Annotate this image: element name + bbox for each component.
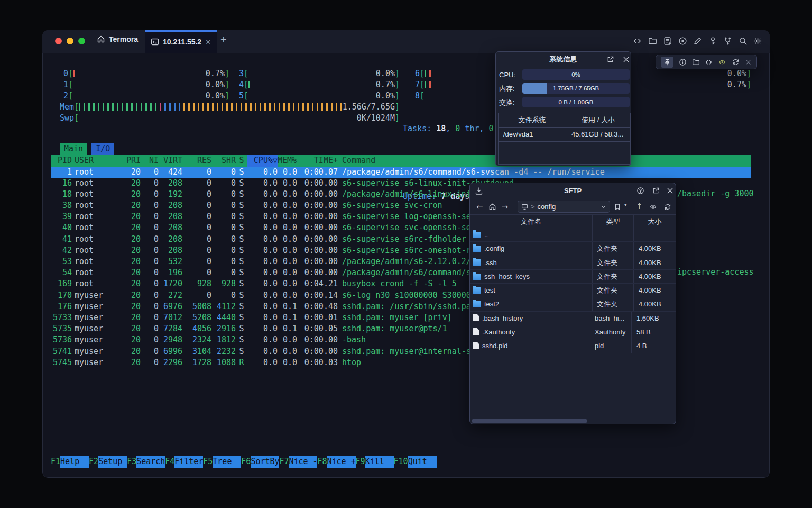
close-panel-icon[interactable] — [622, 56, 630, 64]
col-size: 大小 — [633, 215, 676, 229]
function-key[interactable]: F7Nice - — [279, 456, 317, 468]
function-key[interactable]: F6SortBy — [241, 456, 279, 468]
close-window-button[interactable] — [55, 38, 62, 44]
file-row[interactable]: ssh_host_keys文件夹4.00KB — [470, 270, 676, 284]
file-row[interactable]: .config文件夹4.00KB — [470, 242, 676, 256]
col-pid: PID — [51, 155, 72, 167]
record-icon[interactable] — [678, 37, 687, 46]
command-tail: /basedir -g 3000 — [677, 189, 754, 198]
cpu-meter: 3[0.0%] — [236, 68, 400, 79]
swap-meter: Swp[0K/1024M] — [51, 112, 400, 123]
mem-meter: Mem[1.56G/7.65G] — [51, 101, 400, 112]
chevron-down-icon[interactable] — [601, 204, 606, 210]
code-icon[interactable] — [633, 37, 642, 46]
cpu-meter: 4[0.7%] — [236, 79, 400, 90]
swap-row: 交换: — [499, 97, 515, 108]
forward-button[interactable]: → — [502, 202, 509, 212]
file-type-icon — [473, 287, 481, 294]
download-icon[interactable] — [475, 187, 483, 195]
settings-icon[interactable] — [753, 37, 762, 46]
close-tab-icon[interactable]: ✕ — [205, 38, 211, 46]
file-row[interactable]: sshd.pidpid4 B — [470, 339, 676, 353]
function-key[interactable]: F3Search — [127, 456, 165, 468]
back-button[interactable]: ← — [476, 202, 483, 212]
edit-icon[interactable] — [693, 37, 702, 46]
sftp-toolbar: ← → > config ▾ ↑ — [470, 199, 676, 214]
minimize-window-button[interactable] — [67, 38, 73, 44]
open-in-window-icon[interactable] — [652, 187, 660, 195]
col-cpu-sort[interactable]: CPU%▽ — [247, 155, 278, 167]
process-row[interactable]: 1root20042400S0.00.00:00.07/package/admi… — [51, 167, 751, 178]
show-hidden-icon[interactable] — [649, 203, 657, 211]
file-type-icon — [473, 301, 481, 307]
file-type-icon — [473, 314, 479, 321]
path-segment[interactable]: config — [538, 203, 556, 211]
active-tab-accent — [145, 30, 217, 32]
home-button[interactable] — [488, 203, 496, 211]
file-row[interactable]: .bash_historybash_hi...1.60KB — [470, 312, 676, 325]
session-tab[interactable]: 10.211.55.2 ✕ — [145, 30, 217, 53]
function-key-bar: F1HelpF2SetupF3SearchF4FilterF5TreeF6Sor… — [51, 456, 751, 468]
sftp-window: SFTP ← → > config ▾ ↑ 文件名 类型 大小 — [469, 183, 676, 424]
file-row[interactable]: test2文件夹4.00KB — [470, 297, 676, 311]
horizontal-scrollbar[interactable] — [472, 419, 587, 423]
folder-icon[interactable] — [692, 58, 700, 66]
floating-toolbar — [656, 55, 757, 69]
cpu-row: CPU: — [499, 69, 515, 80]
cpu-meter-column-1: 0[0.7%]1[0.0%]2[0.0%] — [60, 68, 229, 102]
memory-row: 内存: — [499, 83, 515, 94]
function-key[interactable]: F9Kill — [356, 456, 394, 468]
path-field[interactable]: > config — [518, 201, 610, 213]
refresh-icon[interactable] — [732, 58, 740, 66]
new-tab-button[interactable]: + — [220, 34, 227, 46]
process-table-header[interactable]: PIDUSERPRINIVIRTRESSHRSCPU%▽MEM%TIME+Com… — [51, 155, 751, 167]
help-icon[interactable] — [636, 187, 644, 195]
search-icon[interactable] — [739, 37, 748, 46]
nvidia-icon[interactable] — [718, 58, 726, 66]
file-row[interactable]: .. — [470, 228, 676, 242]
function-key[interactable]: F1Help — [51, 456, 89, 468]
col-type: 类型 — [592, 215, 633, 229]
htop-tab-main[interactable]: Main — [60, 143, 87, 155]
file-table-header[interactable]: 文件名 类型 大小 — [470, 214, 676, 229]
file-type-icon — [473, 274, 481, 280]
titlebar-actions — [633, 37, 762, 46]
bookmark-icon[interactable] — [614, 203, 621, 211]
log-icon[interactable] — [663, 37, 672, 46]
home-tab-label: Termora — [109, 35, 138, 43]
function-key[interactable]: F10Quit — [394, 456, 437, 468]
bookmark-caret-icon[interactable]: ▾ — [624, 202, 627, 207]
terminal[interactable]: 0[0.7%]1[0.0%]2[0.0%] 3[0.0%]4[0.7%]5[0.… — [0, 0, 812, 508]
keychain-icon[interactable] — [723, 37, 732, 46]
col-ni: NI — [141, 155, 159, 167]
open-in-window-icon[interactable] — [606, 56, 614, 64]
upload-button[interactable]: ↑ — [636, 202, 643, 211]
sort-indicator-icon: ▽ — [273, 156, 278, 165]
close-panel-icon[interactable] — [666, 187, 674, 195]
function-key[interactable]: F8Nice + — [317, 456, 355, 468]
function-key[interactable]: F4Filter — [165, 456, 203, 468]
folder-icon[interactable] — [648, 37, 657, 46]
file-row[interactable]: .ssh文件夹4.00KB — [470, 256, 676, 270]
col-filename: 文件名 — [470, 215, 592, 229]
home-tab[interactable]: Termora — [97, 35, 138, 43]
htop-tab-io[interactable]: I/O — [91, 143, 114, 155]
zoom-window-button[interactable] — [78, 38, 85, 44]
code-icon[interactable] — [705, 58, 713, 66]
function-key[interactable]: F5Tree — [203, 456, 241, 468]
info-icon[interactable] — [679, 58, 687, 66]
close-icon[interactable] — [745, 59, 752, 66]
key-icon[interactable] — [708, 37, 717, 46]
function-key[interactable]: F2Setup — [89, 456, 127, 468]
filesystem-row[interactable]: /dev/vda145.61GB / 58.3... — [499, 128, 630, 142]
pin-icon[interactable] — [661, 57, 673, 68]
memory-usage-bar: 1.75GB / 7.65GB — [522, 83, 630, 94]
cpu-meter: 0[0.7%] — [60, 68, 229, 79]
file-row[interactable]: test文件夹4.00KB — [470, 284, 676, 297]
col-virt: VIRT — [159, 155, 182, 167]
file-row[interactable]: .XauthorityXauthority58 B — [470, 325, 676, 339]
refresh-icon[interactable] — [664, 203, 671, 211]
cpu-meter: 5[0.0%] — [236, 90, 400, 101]
tasks-line: Tasks: 18, 0 thr, 0 — [403, 123, 499, 134]
session-tab-label: 10.211.55.2 — [163, 38, 201, 46]
